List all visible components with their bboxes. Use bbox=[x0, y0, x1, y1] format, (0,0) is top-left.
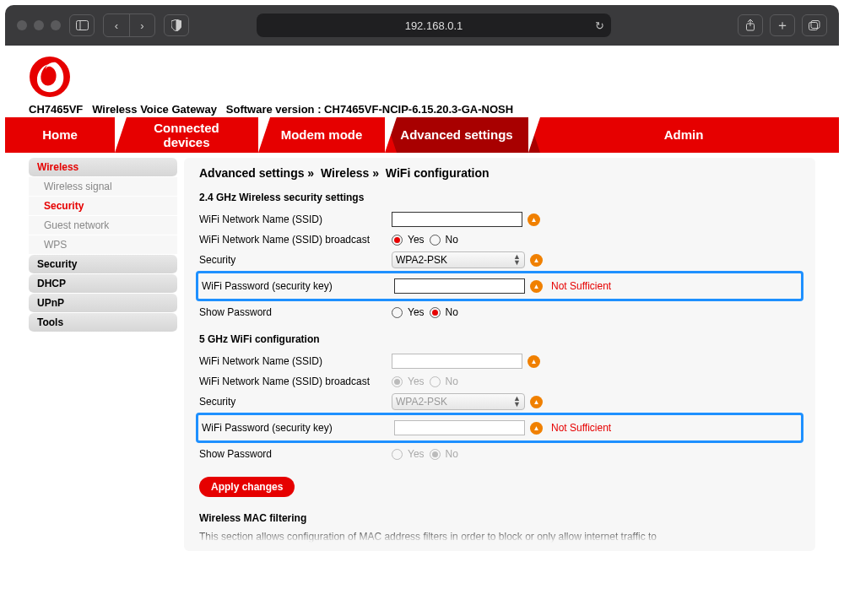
sidebar-upnp[interactable]: UPnP bbox=[29, 294, 177, 313]
row-5-ssid: WiFi Network Name (SSID) bbox=[199, 352, 800, 370]
sidebar-dhcp[interactable]: DHCP bbox=[29, 274, 177, 294]
new-tab-button[interactable]: ＋ bbox=[770, 14, 795, 36]
vodafone-logo bbox=[29, 56, 71, 98]
chevron-updown-icon: ▲▼ bbox=[513, 396, 521, 408]
svg-rect-3 bbox=[809, 23, 818, 30]
nav-home[interactable]: Home bbox=[5, 117, 115, 153]
section-mac-title: Wireless MAC filtering bbox=[199, 512, 800, 524]
label-24-password: WiFi Password (security key) bbox=[202, 280, 394, 292]
svg-rect-0 bbox=[76, 21, 88, 30]
device-info: CH7465VF Wireless Voice Gateway Software… bbox=[29, 103, 839, 116]
label-5-password: WiFi Password (security key) bbox=[202, 422, 394, 434]
sidebar: Wireless Wireless signal Security Guest … bbox=[29, 158, 177, 551]
main-nav: Home Connected devices Modem mode Advanc… bbox=[5, 117, 839, 153]
label-5-security: Security bbox=[199, 396, 392, 408]
nav-buttons: ‹ › bbox=[103, 14, 155, 37]
sidebar-wireless[interactable]: Wireless bbox=[29, 158, 177, 177]
status-5-not-sufficient: Not Sufficient bbox=[551, 422, 611, 434]
warning-icon bbox=[530, 280, 543, 293]
warning-icon bbox=[530, 254, 543, 267]
input-5-password bbox=[394, 420, 525, 435]
back-button[interactable]: ‹ bbox=[104, 14, 129, 36]
software-label: Software version : bbox=[226, 103, 322, 116]
radio-24-show-yes[interactable] bbox=[392, 307, 403, 318]
radio-24-broadcast-no[interactable] bbox=[430, 235, 441, 246]
device-model: CH7465VF bbox=[29, 103, 83, 116]
radio-24-show-no[interactable] bbox=[430, 307, 441, 318]
device-type: Wireless Voice Gateway bbox=[92, 103, 217, 116]
warning-icon bbox=[528, 213, 540, 226]
tabs-overview-button[interactable] bbox=[802, 14, 827, 36]
row-5-show-password: Show Password Yes No bbox=[199, 445, 800, 463]
row-24-security: Security WPA2-PSK ▲▼ bbox=[199, 251, 800, 269]
minimize-window-icon[interactable] bbox=[34, 20, 44, 30]
section-24ghz-title: 2.4 GHz Wireless security settings bbox=[199, 192, 800, 203]
row-24-broadcast: WiFi Network Name (SSID) broadcast Yes N… bbox=[199, 230, 800, 249]
sidebar-tools[interactable]: Tools bbox=[29, 313, 177, 332]
input-24-ssid[interactable] bbox=[392, 212, 522, 227]
sidebar-security[interactable]: Security bbox=[29, 255, 177, 274]
zoom-window-icon[interactable] bbox=[51, 20, 61, 30]
forward-button[interactable]: › bbox=[129, 14, 154, 36]
warning-icon bbox=[530, 396, 543, 408]
chevron-updown-icon: ▲▼ bbox=[513, 254, 521, 266]
row-24-password: WiFi Password (security key) Not Suffici… bbox=[202, 277, 798, 295]
highlight-24-password: WiFi Password (security key) Not Suffici… bbox=[196, 271, 803, 301]
label-5-show-password: Show Password bbox=[199, 448, 392, 460]
label-5-ssid: WiFi Network Name (SSID) bbox=[199, 355, 392, 367]
radio-24-broadcast-yes[interactable] bbox=[392, 235, 403, 246]
select-24-security[interactable]: WPA2-PSK ▲▼ bbox=[392, 251, 525, 268]
browser-toolbar: ‹ › 192.168.0.1 ↻ ＋ bbox=[5, 5, 839, 46]
radio-5-broadcast-no bbox=[430, 376, 441, 387]
radio-5-broadcast-yes bbox=[392, 376, 403, 387]
label-5-broadcast: WiFi Network Name (SSID) broadcast bbox=[199, 376, 392, 387]
radio-5-show-yes bbox=[392, 449, 403, 460]
nav-advanced-settings[interactable]: Advanced settings bbox=[385, 117, 528, 153]
nav-connected-devices[interactable]: Connected devices bbox=[115, 117, 258, 153]
nav-modem-mode[interactable]: Modem mode bbox=[258, 117, 385, 153]
sidebar-wireless-signal[interactable]: Wireless signal bbox=[29, 177, 177, 197]
share-button[interactable] bbox=[738, 14, 763, 36]
select-5-security: WPA2-PSK ▲▼ bbox=[392, 393, 525, 410]
apply-changes-button[interactable]: Apply changes bbox=[199, 477, 295, 497]
sidebar-toggle-button[interactable] bbox=[69, 14, 95, 36]
close-window-icon[interactable] bbox=[17, 20, 27, 30]
sidebar-guest-network[interactable]: Guest network bbox=[29, 216, 177, 235]
warning-icon bbox=[528, 355, 540, 368]
input-24-password[interactable] bbox=[394, 278, 525, 294]
row-5-password: WiFi Password (security key) Not Suffici… bbox=[202, 419, 798, 437]
row-24-show-password: Show Password Yes No bbox=[199, 303, 800, 322]
radio-5-show-no bbox=[430, 449, 441, 460]
label-24-show-password: Show Password bbox=[199, 306, 392, 318]
row-5-security: Security WPA2-PSK ▲▼ bbox=[199, 392, 800, 411]
label-24-ssid: WiFi Network Name (SSID) bbox=[199, 213, 392, 225]
label-24-broadcast: WiFi Network Name (SSID) broadcast bbox=[199, 234, 392, 246]
highlight-5-password: WiFi Password (security key) Not Suffici… bbox=[196, 413, 803, 443]
window-controls bbox=[17, 20, 61, 30]
sidebar-security-sub[interactable]: Security bbox=[29, 197, 177, 216]
software-version: CH7465VF-NCIP-6.15.20.3-GA-NOSH bbox=[324, 103, 513, 116]
row-5-broadcast: WiFi Network Name (SSID) broadcast Yes N… bbox=[199, 372, 800, 391]
warning-icon bbox=[530, 422, 543, 435]
label-24-security: Security bbox=[199, 254, 392, 266]
reload-icon[interactable]: ↻ bbox=[595, 19, 604, 32]
nav-admin[interactable]: Admin bbox=[528, 117, 839, 153]
status-24-not-sufficient: Not Sufficient bbox=[551, 280, 611, 292]
content-panel: Advanced settings » Wireless » WiFi conf… bbox=[184, 158, 815, 551]
svg-rect-4 bbox=[811, 21, 820, 29]
row-24-ssid: WiFi Network Name (SSID) bbox=[199, 210, 800, 229]
address-bar[interactable]: 192.168.0.1 ↻ bbox=[257, 14, 611, 37]
url-text: 192.168.0.1 bbox=[405, 19, 463, 32]
breadcrumb: Advanced settings » Wireless » WiFi conf… bbox=[199, 166, 800, 180]
sidebar-wps[interactable]: WPS bbox=[29, 235, 177, 255]
mac-description: This section allows configuration of MAC… bbox=[199, 531, 800, 543]
input-5-ssid bbox=[392, 354, 522, 369]
shield-icon[interactable] bbox=[164, 14, 189, 36]
section-5ghz-title: 5 GHz WiFi configuration bbox=[199, 333, 800, 345]
